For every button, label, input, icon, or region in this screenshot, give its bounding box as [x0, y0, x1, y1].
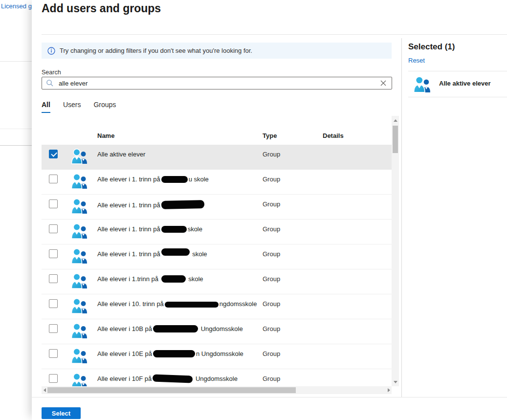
row-checkbox[interactable]	[49, 199, 58, 208]
tabs: AllUsersGroups	[42, 101, 116, 113]
row-name: Alle elever i 1. trinn påskole	[97, 225, 202, 233]
tab-groups[interactable]: Groups	[93, 101, 116, 113]
column-header-name: Name	[97, 132, 114, 139]
row-name: Alle elever i 1. trinn på	[97, 200, 205, 209]
redaction-mark	[161, 275, 186, 283]
panel-divider	[401, 38, 402, 397]
group-icon	[71, 223, 88, 239]
table-row[interactable]: Alle aktive eleverGroup	[42, 145, 392, 170]
table-row[interactable]: Alle elever i 1. trinn påGroup	[42, 195, 392, 220]
info-banner: Try changing or adding filters if you do…	[42, 43, 392, 59]
horizontal-scrollbar[interactable]	[42, 386, 392, 394]
row-checkbox[interactable]	[49, 175, 58, 183]
table-row[interactable]: Alle elever i 10E pån UngdomsskoleGroup	[42, 344, 392, 369]
scroll-down-arrow[interactable]	[392, 378, 399, 386]
row-type: Group	[263, 176, 280, 183]
licensed-groups-link[interactable]: Licensed g	[1, 2, 32, 10]
background-divider	[0, 129, 32, 129]
selected-panel-divider	[408, 71, 507, 71]
search-icon	[46, 79, 54, 87]
row-checkbox[interactable]	[49, 224, 58, 233]
selected-panel-divider	[408, 97, 507, 97]
group-icon	[71, 199, 88, 214]
background-divider	[0, 145, 32, 146]
redaction-mark	[165, 302, 219, 308]
reset-link[interactable]: Reset	[408, 57, 425, 64]
redaction-mark	[161, 200, 204, 209]
row-checkbox-checked[interactable]	[49, 150, 58, 158]
table-header: NameTypeDetails	[42, 128, 392, 145]
redaction-mark	[161, 226, 187, 233]
row-type: Group	[263, 250, 280, 258]
row-type: Group	[263, 275, 280, 283]
group-icon	[71, 348, 88, 364]
row-name: Alle elever i 10B på Ungdomsskole	[97, 325, 243, 332]
group-icon	[71, 273, 88, 289]
redaction-mark	[161, 176, 188, 183]
scroll-up-arrow[interactable]	[392, 117, 399, 124]
row-name: Alle elever i 1. trinn påu skole	[97, 176, 209, 183]
tab-users[interactable]: Users	[63, 101, 81, 113]
vertical-scrollbar-thumb[interactable]	[393, 126, 398, 153]
row-checkbox[interactable]	[49, 349, 58, 358]
info-icon	[47, 47, 55, 55]
table-row[interactable]: Alle elever i 1. trinn påskoleGroup	[42, 220, 392, 244]
row-name: Alle elever i 10F på Ungdomsskole	[97, 375, 238, 382]
group-icon	[71, 149, 88, 164]
title-divider	[42, 34, 507, 35]
row-checkbox[interactable]	[49, 324, 58, 333]
table-row[interactable]: Alle elever i 10. trinn pångdomsskoleGro…	[42, 294, 392, 319]
row-checkbox[interactable]	[49, 274, 58, 283]
footer-divider	[32, 397, 507, 398]
row-name: Alle elever i 10E pån Ungdomsskole	[97, 350, 243, 357]
table-rows: Alle aktive eleverGroup Alle elever i 1.…	[42, 145, 392, 386]
scroll-right-arrow[interactable]	[386, 386, 392, 394]
search-box	[42, 77, 392, 89]
table-row[interactable]: Alle elever i 1.trinn på skoleGroup	[42, 269, 392, 294]
table-row[interactable]: Alle elever i 10F på UngdomsskoleGroup	[42, 369, 392, 386]
row-type: Group	[263, 225, 280, 233]
group-icon	[71, 248, 88, 264]
scroll-left-arrow[interactable]	[42, 386, 47, 394]
add-users-and-groups-dialog: Add users and groups Try changing or add…	[32, 0, 507, 420]
vertical-scrollbar[interactable]	[392, 116, 399, 386]
row-checkbox[interactable]	[49, 374, 58, 383]
row-type: Group	[263, 325, 280, 332]
column-header-type: Type	[263, 132, 277, 139]
redaction-mark	[161, 248, 190, 256]
row-type: Group	[263, 151, 280, 158]
table-row[interactable]: Alle elever i 1. trinn på skoleGroup	[42, 244, 392, 269]
table-row[interactable]: Alle elever i 1. trinn påu skoleGroup	[42, 170, 392, 195]
selected-item-label: Alle aktive elever	[439, 80, 491, 87]
background-divider	[0, 61, 32, 62]
selected-count-title: Selected (1)	[408, 42, 455, 52]
redaction-mark	[153, 350, 195, 357]
table-row[interactable]: Alle elever i 10B på UngdomsskoleGroup	[42, 319, 392, 344]
group-icon	[71, 323, 88, 339]
group-icon	[413, 76, 431, 93]
redaction-mark	[153, 325, 198, 332]
group-icon	[71, 373, 88, 386]
row-name: Alle aktive elever	[97, 151, 145, 158]
row-type: Group	[263, 350, 280, 357]
row-type: Group	[263, 200, 280, 208]
row-name: Alle elever i 1.trinn på skole	[97, 275, 203, 283]
search-input[interactable]	[54, 80, 380, 87]
row-type: Group	[263, 375, 280, 382]
row-name: Alle elever i 1. trinn på skole	[97, 250, 207, 258]
row-checkbox[interactable]	[49, 249, 58, 258]
page-title: Add users and groups	[42, 2, 161, 15]
row-type: Group	[263, 300, 280, 308]
tab-all[interactable]: All	[42, 101, 50, 113]
info-banner-text: Try changing or adding filters if you do…	[60, 47, 252, 54]
search-label: Search	[42, 69, 61, 76]
clear-search-icon[interactable]	[380, 80, 387, 87]
group-icon	[71, 174, 88, 189]
selected-items: Alle aktive elever	[408, 74, 507, 97]
redaction-mark	[153, 375, 193, 383]
row-checkbox[interactable]	[49, 299, 58, 308]
row-name: Alle elever i 10. trinn pångdomsskole	[97, 300, 257, 308]
horizontal-scrollbar-thumb[interactable]	[47, 387, 296, 393]
select-button[interactable]: Select	[42, 407, 81, 419]
selected-item: Alle aktive elever	[408, 74, 507, 97]
